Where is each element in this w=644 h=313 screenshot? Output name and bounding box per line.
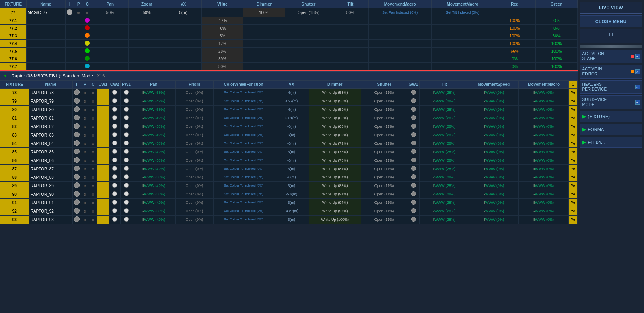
prism-cell: Open (0%)	[175, 190, 213, 199]
table-row: 77.7 50% 0% 100%	[0, 63, 578, 70]
active-in-editor-checkbox[interactable]: ✓	[635, 69, 640, 74]
cwf-cell: Set Colour To Indexed (0%)	[213, 148, 274, 156]
format-button[interactable]: ▶ FORMAT	[580, 124, 642, 135]
fixture-id[interactable]: 77.1	[0, 17, 27, 25]
btm-header-vx: VX	[274, 81, 309, 89]
fixture-id[interactable]: 91	[0, 199, 29, 207]
fixture-id[interactable]: 83	[0, 131, 29, 139]
i-cell	[72, 106, 81, 114]
cwf-cell: Set Colour To Indexed (0%)	[213, 156, 274, 165]
cwf-cell: Set Colour To Indexed (0%)	[213, 173, 274, 182]
sub-device-mode-checkbox[interactable]: ✓	[635, 100, 640, 105]
c-cell	[89, 165, 97, 173]
fixture-id[interactable]: 81	[0, 114, 29, 122]
active-on-stage-checkbox[interactable]: ✓	[635, 54, 640, 59]
c-cell	[89, 173, 97, 182]
fixture-id[interactable]: 84	[0, 139, 29, 148]
c-cell	[89, 131, 97, 139]
i-cell	[72, 89, 81, 97]
cw2-cell	[109, 148, 120, 156]
fixture-id[interactable]: 92	[0, 207, 29, 216]
c-cell-last: Ye	[569, 131, 578, 139]
bottom-section[interactable]: FIXTURE Name I P C CW1 CW2 PW1 Pan Prism…	[0, 80, 578, 313]
dimmer-cell: White Up (88%)	[309, 182, 361, 190]
btm-header-gw1: GW1	[407, 81, 420, 89]
live-view-button[interactable]: LIVE VIEW	[580, 2, 642, 14]
fixture-id[interactable]: 88	[0, 173, 29, 182]
top-header-pan: Pan	[92, 0, 128, 8]
cw2-cell	[109, 97, 120, 106]
fixture-label: (FIXTURE)	[588, 114, 610, 119]
ms-cell: ⅱWWW (0%)	[469, 173, 519, 182]
close-menu-button[interactable]: CLOSE MENU	[580, 15, 642, 27]
fixture-id[interactable]: 77.2	[0, 25, 27, 32]
c-cell-last: Ye	[569, 156, 578, 165]
headers-per-device-checkbox[interactable]: ✓	[635, 85, 640, 89]
fixture-id[interactable]: 90	[0, 190, 29, 199]
expand-icon[interactable]: ▼	[3, 73, 8, 78]
c-cell	[89, 114, 97, 122]
fixture-id[interactable]: 77.4	[0, 40, 27, 48]
fixture-id[interactable]: 85	[0, 148, 29, 156]
fit-by-button[interactable]: ▶ FIT BY...	[580, 137, 642, 148]
vhue-cell	[202, 8, 243, 17]
fixture-id[interactable]: 77	[0, 8, 27, 17]
fixture-id[interactable]: 82	[0, 122, 29, 131]
top-header-mm1: MovementMacro	[368, 0, 431, 8]
c-cell-last: Ye	[569, 165, 578, 173]
vx-cell: 6(m)	[274, 216, 309, 224]
slider-bar[interactable]	[580, 45, 642, 48]
pan-cell: 50%	[92, 8, 128, 17]
fixture-id[interactable]: 77.7	[0, 63, 27, 70]
sub-device-mode-toggle[interactable]: SUB DEVICEMODE ✓	[580, 95, 642, 109]
active-in-editor-label: ACTIVE INEDITOR	[582, 67, 602, 77]
fixture-name: RAPTOR_79	[29, 97, 72, 106]
active-on-stage-led	[631, 55, 634, 58]
gw1-cell	[407, 156, 420, 165]
headers-per-device-toggle[interactable]: HEADERSPER DEVICE ✓	[580, 80, 642, 94]
cwf-cell: Set Colour To Indexed (0%)	[213, 190, 274, 199]
fixture-id[interactable]: 93	[0, 216, 29, 224]
fixture-name: RAPTOR_93	[29, 216, 72, 224]
fixture-id[interactable]: 77.6	[0, 55, 27, 63]
vx-cell: -4.27(m)	[274, 207, 309, 216]
x16-label: X16	[97, 73, 105, 78]
cw2-cell	[109, 190, 120, 199]
active-in-editor-toggle[interactable]: ACTIVE INEDITOR ✓	[580, 65, 642, 79]
tilt-cell: ⅱWWW (28%)	[420, 156, 469, 165]
i-cell	[65, 8, 74, 17]
btm-header-name: Name	[29, 81, 72, 89]
mm-cell: ⅱWWW (0%)	[519, 114, 569, 122]
shutter-cell: Open (11%)	[361, 199, 407, 207]
top-header-tilt: Tilt	[332, 0, 368, 8]
fixture-id[interactable]: 87	[0, 165, 29, 173]
p-cell	[81, 97, 89, 106]
vx-cell: 5.61(m)	[274, 114, 309, 122]
fixture-id[interactable]: 86	[0, 156, 29, 165]
ms-cell: ⅱWWW (0%)	[469, 165, 519, 173]
cw2-cell	[109, 173, 120, 182]
p-cell	[81, 156, 89, 165]
cw2-cell	[109, 89, 120, 97]
vx-cell: 6(m)	[274, 182, 309, 190]
tilt-cell: ⅱWWW (28%)	[420, 114, 469, 122]
active-on-stage-toggle[interactable]: ACTIVE ONSTAGE ✓	[580, 50, 642, 63]
btm-header-i: I	[72, 81, 81, 89]
shutter-cell: Open (11%)	[361, 165, 407, 173]
fixture-button[interactable]: ▶ (FIXTURE)	[580, 111, 642, 122]
fork-icon: ⑂	[609, 31, 613, 41]
fixture-id[interactable]: 77.5	[0, 48, 27, 55]
i-cell	[72, 207, 81, 216]
fixture-id[interactable]: 89	[0, 182, 29, 190]
fixture-id[interactable]: 77.3	[0, 32, 27, 40]
fixture-name: MAGIC_77	[26, 8, 65, 17]
vhue-cell: 28%	[202, 48, 243, 55]
i-cell	[72, 182, 81, 190]
fixture-name: RAPTOR_91	[29, 199, 72, 207]
table-row: 85 RAPTOR_85 ⅱWWW (42%) Open (0%) Set Co…	[0, 148, 578, 156]
fixture-id[interactable]: 78	[0, 89, 29, 97]
fixture-name: RAPTOR_85	[29, 148, 72, 156]
fixture-id[interactable]: 79	[0, 97, 29, 106]
fixture-id[interactable]: 80	[0, 106, 29, 114]
btm-header-pan: Pan	[132, 81, 175, 89]
